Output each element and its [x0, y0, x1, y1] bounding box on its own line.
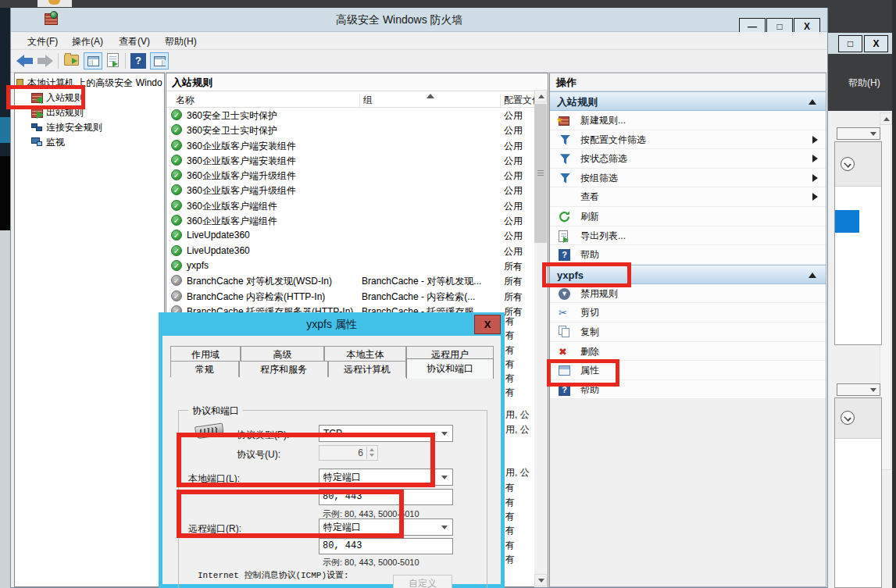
titlebar[interactable]: 高级安全 Windows 防火墙 — □ X [11, 8, 827, 32]
rule-row-yxpfs[interactable]: ✓ yxpfs 所有 [166, 258, 548, 273]
console-tree-toggle-icon[interactable] [84, 52, 102, 69]
rule-row[interactable]: ✓ 360企业版客户端安装组件 公用 [166, 138, 548, 153]
maximize-button[interactable]: □ [838, 35, 862, 52]
rule-profile: 公用 [504, 155, 523, 168]
column-group[interactable]: 组 [363, 94, 373, 107]
rule-enabled-icon: ✓ [171, 124, 182, 135]
list-scrollbar-thumb[interactable] [534, 104, 547, 243]
list-column-headers: 名称 组 配置文件 [166, 91, 548, 108]
menu-help[interactable]: 帮助(H) [165, 35, 197, 48]
export-list-icon[interactable] [107, 53, 119, 67]
collapsed-dropdown[interactable] [837, 127, 880, 140]
tab-general[interactable]: 常规 [170, 361, 239, 377]
dropdown-arrow-icon [441, 432, 448, 436]
action-view[interactable]: 查看 [550, 187, 826, 207]
help-menu-item[interactable]: 帮助(H) [848, 77, 880, 90]
chevron-down-icon[interactable] [841, 157, 855, 171]
profile-fragment: 有 [505, 358, 534, 369]
close-button[interactable]: X [864, 35, 888, 52]
rule-enabled-icon: ✓ [171, 184, 182, 195]
action-refresh[interactable]: 刷新 [550, 207, 826, 226]
customize-button[interactable]: 自定义 [393, 575, 452, 588]
remote-port-input[interactable]: 80, 443 [319, 538, 453, 554]
export-folder-icon[interactable] [64, 55, 79, 66]
dropdown-arrow-icon [870, 388, 876, 392]
action-delete[interactable]: ✖ 删除 [550, 342, 826, 362]
menu-action[interactable]: 操作(A) [72, 35, 103, 48]
help-toolbar-icon[interactable]: ? [130, 53, 146, 69]
rule-row[interactable]: ✓ LiveUpdate360 公用 [166, 244, 548, 258]
action-cut[interactable]: ✂ 剪切 [550, 303, 826, 323]
chevron-down-icon[interactable] [841, 411, 855, 425]
forward-arrow-icon[interactable] [36, 53, 53, 69]
dropdown-arrow-icon [870, 132, 876, 136]
filter-icon [560, 173, 570, 184]
rule-row[interactable]: ✓ BranchCache 内容检索(HTTP-In) BranchCache … [166, 289, 548, 304]
selected-item-fragment[interactable] [835, 210, 859, 233]
rule-row[interactable]: ✓ 360企业版客户端组件 公用 [166, 213, 548, 228]
background-window-titlebar: □ X [828, 33, 896, 54]
action-label: 禁用规则 [580, 288, 618, 299]
rule-profile: 所有 [504, 260, 523, 273]
submenu-arrow-icon [812, 155, 818, 162]
back-arrow-icon[interactable] [16, 53, 34, 69]
rule-row[interactable]: ✓ 360企业版客户端安装组件 公用 [166, 153, 548, 168]
tree-item-label: 连接安全规则 [46, 122, 102, 133]
rule-row[interactable]: ✓ 360企业版客户端升级组件 公用 [166, 168, 548, 183]
actions-section-inbound-rules[interactable]: 入站规则 [550, 91, 826, 111]
dialog-title[interactable]: yxpfs 属性 [159, 312, 505, 336]
tab-scope[interactable]: 作用域 [170, 346, 241, 362]
collapse-icon[interactable] [809, 273, 816, 278]
rule-row[interactable]: ✓ 360企业版客户端组件 公用 [166, 198, 548, 213]
action-new-rule[interactable]: ★ 新建规则... [550, 111, 826, 130]
rule-name: 360安全卫士实时保护 [187, 124, 277, 137]
rule-profile: 公用 [504, 140, 523, 153]
tree-item-monitoring[interactable]: 监视 [15, 135, 164, 150]
dialog-close-button[interactable]: X [474, 315, 501, 334]
tab-remote-computers[interactable]: 远程计算机 [328, 361, 406, 377]
rule-name: 360企业版客户端升级组件 [187, 184, 296, 198]
profile-fragment: 有 [505, 386, 534, 397]
tab-protocols-ports[interactable]: 协议和端口 [406, 358, 494, 379]
tree-item-connection-security[interactable]: 连接安全规则 [15, 120, 164, 135]
filter-icon [560, 154, 570, 164]
rule-name: 360安全卫士实时保护 [187, 109, 277, 123]
background-action-pane [834, 141, 882, 345]
outbound-arrow-icon [37, 111, 44, 119]
profile-fragment: 有 [505, 372, 534, 383]
collapse-icon[interactable] [809, 99, 816, 105]
action-filter-by-state[interactable]: 按状态筛选 [550, 149, 826, 169]
rule-name: LiveUpdate360 [187, 230, 250, 241]
menu-view[interactable]: 查看(V) [119, 35, 150, 48]
delete-icon: ✖ [559, 346, 571, 358]
rule-name: 360企业版客户端安装组件 [187, 155, 296, 168]
action-copy[interactable]: 复制 [550, 323, 826, 342]
tab-advanced[interactable]: 高级 [241, 346, 324, 362]
tree-item-label: 监视 [46, 137, 65, 148]
rule-name: yxpfs [187, 260, 209, 271]
menu-file[interactable]: 文件(F) [27, 35, 58, 48]
rule-row[interactable]: ✓ 360企业版客户端升级组件 公用 [166, 183, 548, 198]
action-pane-toggle-icon[interactable] [150, 52, 169, 69]
rule-enabled-icon: ✓ [171, 215, 182, 226]
action-filter-by-group[interactable]: 按组筛选 [550, 169, 826, 188]
star-icon: ★ [556, 111, 563, 130]
rule-row[interactable]: ✓ LiveUpdate360 公用 [166, 228, 548, 243]
column-name[interactable]: 名称 [176, 94, 195, 107]
list-scroll-up-button[interactable] [534, 90, 547, 102]
action-filter-by-profile[interactable]: 按配置文件筛选 [550, 130, 826, 150]
rule-row[interactable]: ✓ 360安全卫士实时保护 公用 [166, 108, 548, 123]
action-label: 按组筛选 [580, 173, 618, 184]
rule-row[interactable]: ✓ BranchCache 对等机发现(WSD-In) BranchCache … [166, 273, 548, 288]
scroll-up-button[interactable] [880, 112, 892, 125]
firewall-globe-icon [50, 11, 58, 19]
action-export-list[interactable]: 导出列表... [550, 226, 826, 246]
column-profile[interactable]: 配置文件 [504, 94, 535, 107]
list-scroll-down-button[interactable] [534, 574, 547, 586]
collapsed-dropdown[interactable] [837, 383, 880, 396]
actions-panel: 操作 入站规则 ★ 新建规则... 按配置文件筛选 按状态筛选 按组筛选 查看 [549, 73, 826, 587]
tab-local-principals[interactable]: 本地主体 [324, 346, 406, 362]
icmp-settings-label: Internet 控制消息协议(ICMP)设置: [198, 570, 385, 582]
tab-programs-services[interactable]: 程序和服务 [239, 361, 328, 377]
rule-row[interactable]: ✓ 360安全卫士实时保护 公用 [166, 123, 548, 137]
